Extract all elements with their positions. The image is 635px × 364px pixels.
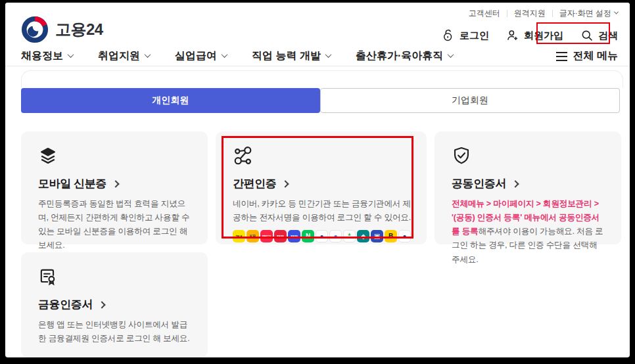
divider <box>507 10 507 17</box>
signup-label: 회원가입 <box>524 30 563 42</box>
nav-item-label: 채용정보 <box>21 49 63 63</box>
government-emblem-icon <box>21 16 49 43</box>
tab-label: 기업회원 <box>452 95 488 106</box>
login-button[interactable]: 로그인 <box>442 29 489 42</box>
chevron-down-icon <box>325 51 331 58</box>
chevron-down-icon <box>448 51 454 58</box>
tab-corporate-member[interactable]: 기업회원 <box>320 88 621 113</box>
utility-link-label: 글자·화면 설정 <box>559 8 611 19</box>
site-header: 고객센터 원격지원 글자·화면 설정 고용24 <box>5 3 630 66</box>
pass-blue-icon: PASS <box>288 230 300 242</box>
kb-kookmin-icon: KB <box>247 230 259 242</box>
login-label: 로그인 <box>459 30 489 42</box>
utility-link-customer-center[interactable]: 고객센터 <box>469 8 500 19</box>
search-button[interactable]: 검색 <box>580 29 618 42</box>
chevron-down-icon <box>68 51 74 58</box>
card-finance-certificate[interactable]: 금융인증서 은행 앱 또는 인터넷뱅킹 사이트에서 발급한 금융결제원 인증서로… <box>21 252 208 357</box>
hamburger-icon <box>556 52 567 61</box>
kakaobank-icon: B <box>385 230 397 242</box>
shield-check-icon <box>452 146 605 167</box>
card-description: 네이버, 카카오 등 민간기관 또는 금융기관에서 제공하는 전자서명을 이용하… <box>233 197 411 225</box>
hana-icon: ◆ <box>357 230 369 242</box>
signup-button[interactable]: 회원가입 <box>506 29 563 42</box>
card-description: 주민등록증과 동일한 법적 효력을 지녔으며, 언제든지 간편하게 확인하고 사… <box>38 197 192 253</box>
nav-item-label: 직업 능력 개발 <box>252 49 321 63</box>
nav-item-recruit-info[interactable]: 채용정보 <box>21 49 73 63</box>
certificate-icon <box>38 267 192 288</box>
browser-page: 고객센터 원격지원 글자·화면 설정 고용24 <box>5 3 630 357</box>
nav-item-parental-leave[interactable]: 출산휴가·육아휴직 <box>356 49 453 63</box>
auth-provider-row: TALKKBPAYCOPASSPASSN●●*◆▣B● <box>233 230 411 242</box>
member-type-tabs: 개인회원 기업회원 <box>21 88 620 113</box>
person-plus-icon <box>506 29 519 42</box>
utility-link-display-settings[interactable]: 글자·화면 설정 <box>559 8 618 19</box>
card-title: 모바일 신분증 <box>38 176 106 191</box>
main-nav: 채용정보 취업지원 실업급여 직업 능력 개발 출산휴가·육아휴직 전체 메뉴 <box>21 46 618 66</box>
unlock-icon <box>442 29 455 42</box>
chevron-down-icon <box>222 51 228 58</box>
site-title: 고용24 <box>55 19 103 40</box>
nav-item-vocational-training[interactable]: 직업 능력 개발 <box>252 49 331 63</box>
payco-icon: PAYCO <box>260 230 273 242</box>
search-label: 검색 <box>598 30 618 42</box>
header-actions: 로그인 회원가입 검색 <box>442 29 618 42</box>
tab-label: 개인회원 <box>152 95 189 106</box>
card-mobile-id[interactable]: 모바일 신분증 주민등록증과 동일한 법적 효력을 지녔으며, 언제든지 간편하… <box>21 131 208 244</box>
naver-icon: N <box>302 230 314 242</box>
card-joint-certificate[interactable]: 공동인증서 전체메뉴 > 마이페이지 > 회원정보관리 > '(공동) 인증서 … <box>435 131 621 244</box>
shinhan-icon: ● <box>316 230 328 242</box>
chevron-right-icon <box>282 180 289 187</box>
all-menu-label: 전체 메뉴 <box>573 49 618 63</box>
layers-icon <box>38 146 192 167</box>
nav-item-label: 출산휴가·육아휴직 <box>356 49 443 63</box>
toss-icon: ● <box>329 230 342 242</box>
card-description: 전체메뉴 > 마이페이지 > 회원정보관리 > '(공동) 인증서 등록' 메뉴… <box>452 197 605 267</box>
nav-item-employment-support[interactable]: 취업지원 <box>98 49 150 63</box>
login-method-cards: 모바일 신분증 주민등록증과 동일한 법적 효력을 지녔으며, 언제든지 간편하… <box>21 131 621 357</box>
nav-item-label: 실업급여 <box>175 49 217 63</box>
nav-item-unemployment-benefits[interactable]: 실업급여 <box>175 49 227 63</box>
nav-item-label: 취업지원 <box>98 49 140 63</box>
card-simple-auth[interactable]: 간편인증 네이버, 카카오 등 민간기관 또는 금융기관에서 제공하는 전자서명… <box>216 131 427 244</box>
woori-icon: ● <box>398 230 411 242</box>
saemaul-icon: * <box>343 230 356 242</box>
divider <box>552 10 553 17</box>
chevron-down-icon <box>145 51 151 58</box>
chevron-right-icon <box>112 180 119 187</box>
utility-link-label: 원격지원 <box>514 8 546 19</box>
kakao-talk-icon: TALK <box>233 230 245 242</box>
network-nodes-icon <box>233 146 411 167</box>
pass-red-icon: PASS <box>274 230 287 242</box>
utility-links: 고객센터 원격지원 글자·화면 설정 <box>469 8 618 19</box>
chevron-right-icon <box>511 180 519 187</box>
card-title: 금융인증서 <box>38 297 93 312</box>
nh-icon: ▣ <box>371 230 383 242</box>
tab-personal-member[interactable]: 개인회원 <box>21 88 320 113</box>
utility-link-remote-support[interactable]: 원격지원 <box>514 8 546 19</box>
search-icon <box>580 29 594 42</box>
site-logo[interactable]: 고용24 <box>21 16 103 43</box>
content-panel-edge <box>21 70 623 87</box>
card-description: 은행 앱 또는 인터넷뱅킹 사이트에서 발급한 금융결제원 인증서로 로그인 해… <box>38 318 192 346</box>
card-title: 공동인증서 <box>452 176 506 191</box>
card-title: 간편인증 <box>233 176 276 191</box>
all-menu-button[interactable]: 전체 메뉴 <box>556 49 618 63</box>
chevron-down-icon <box>614 10 619 14</box>
chevron-right-icon <box>98 301 105 308</box>
utility-link-label: 고객센터 <box>469 8 500 19</box>
